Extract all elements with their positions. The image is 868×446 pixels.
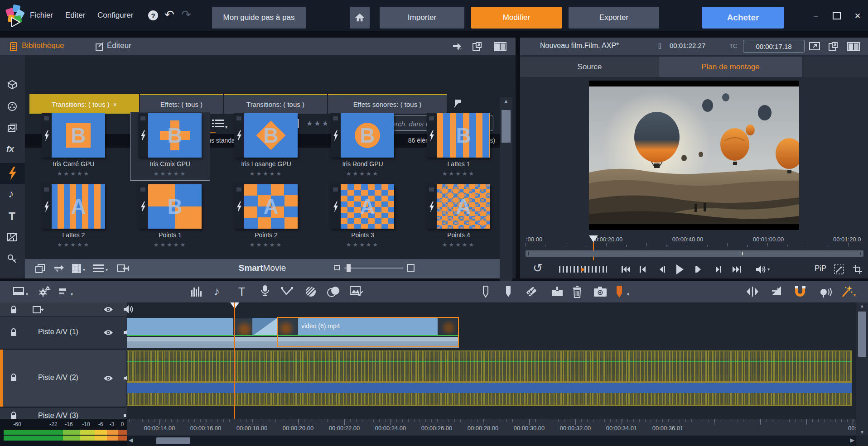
home-button[interactable] bbox=[350, 7, 370, 29]
razor-split-icon[interactable] bbox=[525, 285, 538, 298]
undock-preview-icon[interactable] bbox=[828, 42, 838, 52]
hscroll-handle[interactable] bbox=[156, 437, 190, 444]
item-rating-stars[interactable]: ★★★★★ bbox=[34, 241, 113, 248]
collection-tab-transitions2[interactable]: Transitions: ( tous ) bbox=[224, 94, 327, 114]
tab-close-icon[interactable]: × bbox=[113, 101, 117, 108]
audio-volume-line[interactable] bbox=[127, 361, 852, 362]
settings-gears-icon[interactable] bbox=[38, 285, 51, 298]
fullscreen-icon[interactable] bbox=[809, 42, 820, 51]
track-header-3-partial[interactable]: Piste A/V (3) bbox=[0, 408, 126, 419]
thumbnail-size-slider[interactable] bbox=[344, 268, 403, 269]
volume-icon[interactable] bbox=[756, 265, 766, 274]
collection-tab-effets[interactable]: Effets: ( tous ) bbox=[140, 94, 223, 114]
frame-back-icon[interactable] bbox=[657, 264, 667, 274]
zoom-small-icon[interactable] bbox=[334, 265, 340, 270]
track-name[interactable]: Piste A/V (2) bbox=[38, 374, 78, 382]
track-size-icon[interactable] bbox=[58, 288, 69, 295]
track-header-2-selected[interactable]: Piste A/V (2) bbox=[0, 350, 126, 408]
preview-playhead-handle[interactable] bbox=[589, 235, 598, 242]
nav-exporter-button[interactable]: Exporter bbox=[569, 7, 659, 29]
frame-forward-icon[interactable] bbox=[694, 264, 704, 274]
transition-item[interactable]: B Iris Losange GPU ★★★★★ bbox=[227, 112, 306, 180]
lock-icon[interactable] bbox=[10, 411, 17, 419]
pan-zoom-icon[interactable] bbox=[350, 285, 363, 297]
nav-modifier-button[interactable]: Modifier bbox=[471, 7, 562, 29]
magic-wand-caret-icon[interactable]: ▾ bbox=[854, 293, 856, 297]
acheter-button[interactable]: Acheter bbox=[702, 7, 784, 29]
audio-scrub-icon[interactable] bbox=[819, 286, 832, 297]
sphere-effect-icon[interactable] bbox=[304, 285, 317, 298]
item-rating-stars[interactable]: ★★★★★ bbox=[227, 170, 306, 177]
keyframe-curve-icon[interactable] bbox=[281, 287, 294, 296]
audio-clip[interactable] bbox=[127, 350, 852, 406]
title-tool-icon[interactable]: T bbox=[238, 285, 245, 298]
music-icon[interactable]: ♪ bbox=[8, 187, 14, 200]
pin-tab-icon[interactable] bbox=[453, 98, 464, 109]
lock-icon[interactable] bbox=[10, 373, 17, 382]
track-header-1[interactable]: Piste A/V (1) bbox=[0, 317, 126, 350]
lock-all-icon[interactable] bbox=[10, 305, 17, 314]
transition-item-selected[interactable]: B Iris Croix GPU ★★★★★ bbox=[130, 112, 210, 180]
timecode-field[interactable]: 00:00:17.18 bbox=[743, 40, 805, 53]
redo-icon[interactable]: ↷ bbox=[181, 8, 191, 22]
hscroll-left-icon[interactable]: ◀ bbox=[129, 437, 133, 443]
audio-mixer-icon[interactable] bbox=[190, 286, 202, 297]
zoom-large-icon[interactable] bbox=[407, 264, 415, 272]
collection-tab-effets-sonores[interactable]: Effets sonores: ( tous ) bbox=[328, 94, 447, 114]
maximize-button[interactable] bbox=[830, 10, 844, 22]
transition-item[interactable]: A Points 3 ★★★★★ bbox=[323, 183, 402, 251]
hscroll-right-icon[interactable]: ▶ bbox=[850, 437, 854, 443]
transition-item[interactable]: A Points 4 ★★★★★ bbox=[419, 183, 498, 251]
mark-out-icon[interactable] bbox=[505, 285, 512, 298]
visibility-all-icon[interactable] bbox=[103, 306, 113, 313]
track-size-caret-icon[interactable]: ▾ bbox=[71, 292, 73, 297]
tab-bibliotheque[interactable]: Bibliothèque bbox=[22, 41, 64, 50]
go-to-start-icon[interactable] bbox=[621, 264, 632, 274]
item-rating-stars[interactable]: ★★★★★ bbox=[323, 170, 402, 177]
timeline-hscrollbar[interactable]: ◀ ▶ bbox=[127, 436, 856, 446]
item-rating-stars[interactable]: ★★★★★ bbox=[130, 241, 210, 248]
menu-editer[interactable]: Editer bbox=[65, 0, 85, 31]
lock-icon[interactable] bbox=[10, 328, 17, 337]
crop-icon[interactable] bbox=[852, 264, 863, 275]
vscroll-handle[interactable] bbox=[858, 312, 866, 357]
collection-tab-transitions-active[interactable]: Transitions: ( tous ) × bbox=[29, 94, 139, 114]
magnet-snap-icon[interactable] bbox=[794, 285, 807, 298]
smartmovie-button[interactable]: SmartMovie bbox=[25, 263, 500, 273]
visibility-icon[interactable] bbox=[103, 329, 113, 336]
view-list-icon[interactable] bbox=[212, 119, 224, 128]
titles-icon[interactable]: T bbox=[9, 210, 15, 223]
timeline-playhead-line[interactable] bbox=[234, 302, 235, 436]
scroll-handle[interactable] bbox=[502, 110, 511, 143]
vscroll-up-icon[interactable]: ▲ bbox=[856, 303, 868, 308]
menu-fichier[interactable]: Fichier bbox=[30, 0, 53, 31]
track-add-icon[interactable] bbox=[33, 306, 43, 313]
template-key-icon[interactable] bbox=[7, 254, 17, 264]
item-rating-stars[interactable]: ★★★★★ bbox=[130, 170, 210, 177]
item-rating-stars[interactable]: ★★★★★ bbox=[419, 170, 498, 177]
transition-item[interactable]: B Lattes 1 ★★★★★ bbox=[419, 112, 498, 180]
timeline-ruler[interactable]: 00:00:14.00 00:00:16.00 00:00:18.00 00:0… bbox=[127, 419, 856, 436]
item-rating-stars[interactable]: ★★★★★ bbox=[419, 241, 498, 248]
vscroll-down-icon[interactable]: ▼ bbox=[856, 430, 868, 435]
tab-plan-de-montage[interactable]: Plan de montage bbox=[659, 57, 802, 77]
visibility-icon[interactable] bbox=[103, 375, 113, 382]
clip-volume-line[interactable] bbox=[127, 335, 459, 336]
tab-editeur[interactable]: Éditeur bbox=[107, 41, 131, 50]
audio-trim-icon[interactable] bbox=[746, 286, 759, 297]
music-score-icon[interactable]: ♪ bbox=[214, 284, 220, 298]
loop-icon[interactable]: ↺ bbox=[533, 261, 543, 275]
item-rating-stars[interactable]: ★★★★★ bbox=[227, 241, 306, 248]
track-name[interactable]: Piste A/V (1) bbox=[38, 328, 78, 336]
track-name[interactable]: Piste A/V (3) bbox=[38, 412, 78, 419]
voiceover-mic-icon[interactable] bbox=[260, 285, 270, 298]
mute-all-icon[interactable] bbox=[123, 305, 133, 314]
transition-item[interactable]: B Iris Carré GPU ★★★★★ bbox=[34, 112, 113, 180]
transitions-bolt-icon[interactable] bbox=[8, 167, 17, 180]
previous-edit-icon[interactable] bbox=[638, 264, 648, 274]
video-viewer[interactable] bbox=[589, 81, 799, 230]
marker-caret-icon[interactable]: ▾ bbox=[627, 292, 629, 297]
undock-panel-icon[interactable] bbox=[472, 42, 482, 52]
close-button[interactable]: ✕ bbox=[851, 10, 864, 22]
magic-wand-icon[interactable] bbox=[841, 285, 853, 297]
